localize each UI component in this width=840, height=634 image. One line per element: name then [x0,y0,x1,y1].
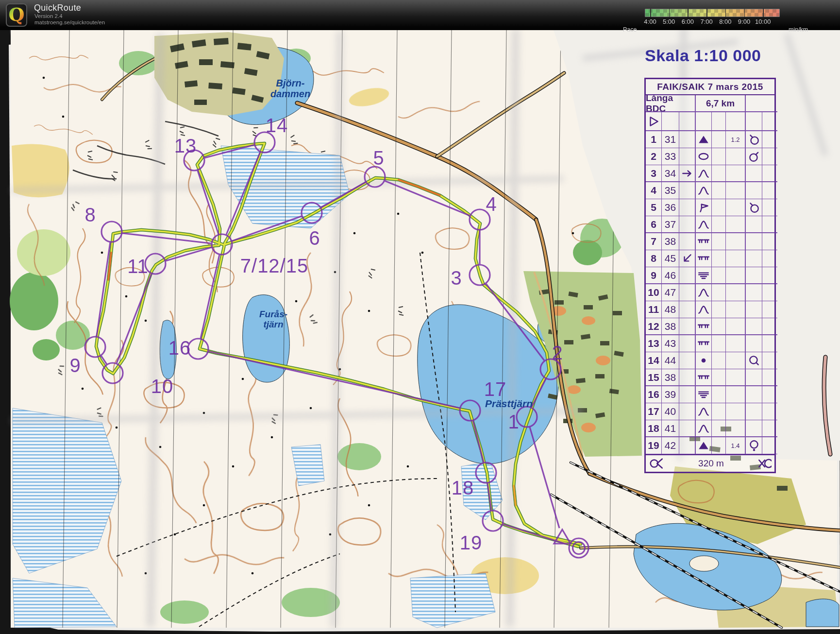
sheet-code: 40 [662,403,679,420]
pace-tick-label: 6:00 [677,18,698,25]
sheet-colE [712,386,726,403]
sheet-no: 19 [646,437,662,454]
finish-crossing-icon [755,457,774,470]
sheet-no: 2 [646,148,662,165]
sheet-colD [696,301,712,318]
sheet-colH [762,267,777,284]
sheet-colD [696,131,712,148]
sheet-course-name: Långa BDC [646,95,696,112]
pace-tick-mark [706,9,707,17]
map-area[interactable]: Skala 1:10 000 1234567/12/15891011131416… [0,0,840,634]
sheet-footer: 320 m [646,454,774,472]
sheet-colF [726,420,746,437]
sheet-code: 34 [662,165,679,182]
sheet-colH [762,301,777,318]
sheet-colC [679,403,696,420]
sheet-no: 4 [646,182,662,199]
sheet-colE [712,216,726,233]
sheet-colC [679,420,696,437]
sheet-colD [696,182,712,199]
pace-tick-label: 9:00 [734,18,755,25]
quickroute-logo-q-icon: Q [7,4,26,26]
map-control-number-10: 10 [151,376,174,397]
sheet-colF [726,403,746,420]
pace-gradient-bar [645,9,780,17]
sheet-no: 9 [646,267,662,284]
sheet-colD [696,335,712,352]
sheet-colE [712,352,726,369]
sheet-colD [696,352,712,369]
sheet-colH [762,284,777,301]
sheet-colH [762,352,777,369]
sheet-colC [679,267,696,284]
map-control-number-19: 19 [460,532,483,554]
sheet-colC [679,182,696,199]
sheet-colG [746,437,762,454]
sheet-colH [762,386,777,403]
map-lake-name: Björn-dammen [270,78,310,99]
sheet-colF [726,369,746,386]
sheet-code: 33 [662,148,679,165]
pace-tick-mark [744,9,745,17]
sheet-colG [746,284,762,301]
sheet-colF: 1.2 [726,131,746,148]
sheet-course-extra [746,95,777,112]
sheet-cell [696,112,712,131]
sheet-colG [746,250,762,267]
sheet-colH [762,233,777,250]
sheet-colH [762,335,777,352]
sheet-colG [746,386,762,403]
sheet-colG [746,199,762,216]
sheet-colC [679,148,696,165]
app-version: Version 2.4 [34,13,63,19]
pace-tick-label: 10:00 [752,18,773,25]
sheet-colG [746,216,762,233]
sheet-colC [679,216,696,233]
sheet-colE [712,182,726,199]
sheet-colC [679,386,696,403]
sheet-colE [712,437,726,454]
sheet-colG [746,403,762,420]
map-control-number-1: 1 [508,411,519,433]
sheet-code: 42 [662,437,679,454]
sheet-code: 38 [662,369,679,386]
map-control-number-13: 13 [174,135,197,157]
sheet-colD [696,233,712,250]
map-control-number-6: 6 [309,227,320,249]
sheet-colE [712,284,726,301]
sheet-code: 36 [662,199,679,216]
map-control-number-17: 17 [484,378,507,400]
sheet-no: 11 [646,301,662,318]
sheet-colF [726,250,746,267]
pace-tick-label: 5:00 [658,18,680,25]
sheet-colE [712,148,726,165]
sheet-colD [696,369,712,386]
map-control-number-5: 5 [373,147,384,169]
sheet-no: 10 [646,284,662,301]
sheet-colE [712,335,726,352]
title-bar: Q QuickRoute Version 2.4 matstroeng.se/q… [0,0,840,30]
sheet-no: 15 [646,369,662,386]
sheet-colE [712,301,726,318]
sheet-colE [712,131,726,148]
sheet-colF [726,165,746,182]
sheet-colD [696,199,712,216]
map-control-number-14: 14 [266,115,288,137]
pace-legend-label: Pace [623,26,637,33]
sheet-colD [696,420,712,437]
sheet-colG [746,335,762,352]
sheet-colG [746,318,762,335]
sheet-colH [762,318,777,335]
sheet-code: 44 [662,352,679,369]
pace-tick-mark [669,9,670,17]
app-url[interactable]: matstroeng.se/quickroute/en [34,19,105,25]
sheet-colG [746,233,762,250]
sheet-code: 37 [662,216,679,233]
sheet-colG [746,165,762,182]
sheet-code: 35 [662,182,679,199]
sheet-colG [746,267,762,284]
sheet-cell [726,112,746,131]
map-lake-name: Furås-tjärn [259,309,287,329]
sheet-colD [696,148,712,165]
sheet-colH [762,420,777,437]
